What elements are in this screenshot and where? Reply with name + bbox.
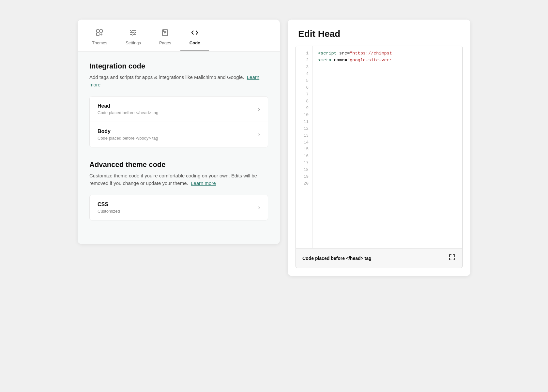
code-line-14 bbox=[318, 139, 457, 146]
line-15: 15 bbox=[296, 146, 312, 153]
code-line-16 bbox=[318, 153, 457, 159]
code-editor-wrapper[interactable]: 1 2 3 4 5 6 7 8 9 10 11 12 13 14 15 16 1… bbox=[296, 46, 463, 268]
advanced-learn-more[interactable]: Learn more bbox=[191, 180, 216, 186]
code-icon bbox=[191, 29, 199, 38]
line-13: 13 bbox=[296, 132, 312, 139]
head-item[interactable]: Head Code placed before </head> tag › bbox=[90, 97, 268, 122]
code-line-4 bbox=[318, 70, 457, 77]
line-3: 3 bbox=[296, 64, 312, 70]
line-20: 20 bbox=[296, 180, 312, 187]
svg-rect-2 bbox=[97, 33, 99, 36]
right-title: Edit Head bbox=[298, 29, 460, 39]
svg-rect-7 bbox=[163, 31, 164, 32]
svg-rect-0 bbox=[97, 30, 99, 32]
tab-code[interactable]: Code bbox=[180, 25, 209, 51]
body-title: Body bbox=[98, 128, 158, 134]
css-subtitle: Customized bbox=[98, 209, 120, 214]
advanced-card-list: CSS Customized › bbox=[89, 195, 268, 220]
code-line-13 bbox=[318, 132, 457, 139]
expand-icon[interactable] bbox=[449, 254, 456, 263]
settings-label: Settings bbox=[126, 40, 141, 45]
themes-label: Themes bbox=[92, 40, 107, 45]
left-panel: Themes Settings Pages bbox=[78, 20, 280, 244]
code-line-12 bbox=[318, 125, 457, 132]
body-chevron-icon: › bbox=[258, 131, 260, 138]
line-18: 18 bbox=[296, 166, 312, 173]
code-label: Code bbox=[190, 40, 200, 45]
css-item[interactable]: CSS Customized › bbox=[90, 195, 268, 220]
tab-themes[interactable]: Themes bbox=[83, 25, 116, 51]
head-title: Head bbox=[98, 103, 158, 109]
line-9: 9 bbox=[296, 105, 312, 112]
pages-icon bbox=[161, 29, 169, 38]
tab-settings[interactable]: Settings bbox=[116, 25, 150, 51]
line-11: 11 bbox=[296, 118, 312, 125]
svg-point-4 bbox=[134, 32, 135, 33]
code-line-10 bbox=[318, 112, 457, 118]
line-10: 10 bbox=[296, 112, 312, 118]
svg-rect-1 bbox=[100, 30, 102, 32]
themes-icon bbox=[96, 29, 103, 38]
code-line-19 bbox=[318, 173, 457, 180]
advanced-title: Advanced theme code bbox=[89, 160, 268, 169]
settings-icon bbox=[129, 29, 137, 38]
left-content: Integration code Add tags and scripts fo… bbox=[78, 52, 280, 244]
editor-footer: Code placed before </head> tag bbox=[296, 248, 462, 268]
code-line-15 bbox=[318, 146, 457, 153]
line-17: 17 bbox=[296, 159, 312, 166]
body-subtitle: Code placed before </body> tag bbox=[98, 136, 158, 141]
integration-title: Integration code bbox=[89, 62, 268, 70]
code-line-2: <meta name="google-site-ver: bbox=[318, 57, 457, 64]
code-content[interactable]: <script src="https://chimpst <meta name=… bbox=[313, 46, 462, 248]
code-line-18 bbox=[318, 166, 457, 173]
tab-bar: Themes Settings Pages bbox=[78, 20, 280, 52]
code-line-6 bbox=[318, 84, 457, 91]
code-line-9 bbox=[318, 105, 457, 112]
advanced-section: Advanced theme code Customize theme code… bbox=[89, 160, 268, 220]
line-7: 7 bbox=[296, 91, 312, 98]
line-2: 2 bbox=[296, 57, 312, 64]
line-6: 6 bbox=[296, 84, 312, 91]
line-numbers: 1 2 3 4 5 6 7 8 9 10 11 12 13 14 15 16 1… bbox=[296, 46, 313, 248]
code-line-8 bbox=[318, 98, 457, 105]
code-line-3 bbox=[318, 64, 457, 70]
tab-pages[interactable]: Pages bbox=[150, 25, 180, 51]
code-line-17 bbox=[318, 159, 457, 166]
line-12: 12 bbox=[296, 125, 312, 132]
svg-point-3 bbox=[131, 30, 132, 31]
line-19: 19 bbox=[296, 173, 312, 180]
line-5: 5 bbox=[296, 77, 312, 84]
integration-desc: Add tags and scripts for apps & integrat… bbox=[89, 74, 268, 88]
integration-card-list: Head Code placed before </head> tag › Bo… bbox=[89, 96, 268, 147]
right-header: Edit Head bbox=[288, 20, 470, 46]
right-panel-bottom bbox=[288, 268, 470, 276]
css-title: CSS bbox=[98, 202, 120, 207]
code-line-20 bbox=[318, 180, 457, 187]
line-1: 1 bbox=[296, 50, 312, 57]
code-line-1: <script src="https://chimpst bbox=[318, 50, 457, 57]
pages-label: Pages bbox=[159, 40, 171, 45]
head-subtitle: Code placed before </head> tag bbox=[98, 110, 158, 115]
line-8: 8 bbox=[296, 98, 312, 105]
right-panel: Edit Head 1 2 3 4 5 6 7 8 9 10 11 12 13 … bbox=[288, 20, 470, 276]
head-chevron-icon: › bbox=[258, 106, 260, 113]
code-line-11 bbox=[318, 118, 457, 125]
code-line-5 bbox=[318, 77, 457, 84]
advanced-desc: Customize theme code if you're comfortab… bbox=[89, 172, 268, 187]
line-16: 16 bbox=[296, 153, 312, 159]
code-editor[interactable]: 1 2 3 4 5 6 7 8 9 10 11 12 13 14 15 16 1… bbox=[296, 46, 462, 248]
line-14: 14 bbox=[296, 139, 312, 146]
body-item[interactable]: Body Code placed before </body> tag › bbox=[90, 122, 268, 147]
line-4: 4 bbox=[296, 70, 312, 77]
css-chevron-icon: › bbox=[258, 204, 260, 211]
footer-text: Code placed before </head> tag bbox=[302, 256, 372, 261]
svg-point-5 bbox=[132, 34, 133, 35]
code-line-7 bbox=[318, 91, 457, 98]
